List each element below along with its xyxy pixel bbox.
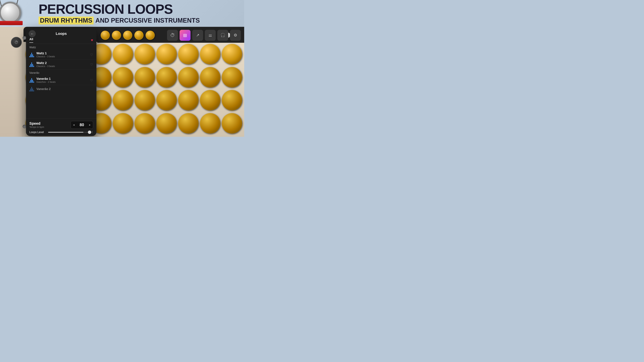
loop-meta-waltz1: Classics - 3 beats (36, 55, 88, 58)
title-area: PERCUSSION LOOPS DRUM RHYTHMS AND PERCUS… (0, 0, 244, 27)
pad-btn[interactable] (178, 67, 198, 87)
back-arrow-icon: ← (30, 32, 34, 36)
waveform-icon-vanerao1 (29, 78, 34, 83)
pad-btn[interactable] (200, 67, 220, 87)
bpm-decrease-button[interactable]: ◄ (71, 121, 77, 129)
level-icon[interactable]: ⫶ (92, 130, 93, 134)
subtitle-highlight: DRUM RHYTHMS (38, 16, 94, 24)
tab-all[interactable]: All (29, 37, 33, 43)
headphones-button[interactable]: 🎧 (217, 30, 228, 41)
level-row: Loops Level ⫶ (29, 130, 93, 134)
pad-btn[interactable] (222, 44, 242, 64)
waveform-icon-waltz2 (29, 62, 34, 67)
title-block: PERCUSSION LOOPS DRUM RHYTHMS AND PERCUS… (38, 2, 200, 24)
pad-btn[interactable] (113, 90, 133, 110)
loops-title: Loops (56, 31, 67, 36)
loop-item-waltz1[interactable]: Waltz 1 Classics - 3 beats ♡ (26, 50, 96, 60)
tempo-left-button[interactable]: ⏱ (11, 37, 22, 48)
favorites-filter[interactable]: ♥ (91, 38, 93, 42)
pad-btn[interactable] (178, 44, 198, 64)
loop-meta-vanerao1: Gaúchos - 2 beats (36, 81, 88, 83)
pad-btn[interactable] (200, 90, 220, 110)
loops-header: ← Loops (26, 28, 96, 37)
pad-btn[interactable] (156, 113, 177, 134)
loop-info-vanerao1: Vanerão 1 Gaúchos - 2 beats (36, 77, 88, 83)
pad-btn[interactable] (134, 67, 155, 87)
loop-item-waltz2[interactable]: Waltz 2 Classics - 3 beats ♡ (26, 60, 96, 69)
pad-btn[interactable] (113, 113, 133, 134)
settings-button[interactable]: ⚙ (230, 30, 241, 41)
mixer-button[interactable]: ⚌ (205, 30, 216, 41)
section-header-waltz: Waltz (26, 44, 96, 50)
loop-name-waltz2: Waltz 2 (36, 61, 88, 65)
speed-section: Speed Tempo in bpm ◄ 80 ► Loops Level ⫶ (26, 118, 96, 136)
pad-btn[interactable] (134, 44, 155, 64)
tabs-row: All ♥ (26, 37, 96, 44)
speed-row: Speed Tempo in bpm ◄ 80 ► (29, 121, 93, 129)
loops-panel: ← Loops All ♥ Waltz Waltz 1 Classics - 3… (26, 28, 96, 136)
pad-btn[interactable] (113, 44, 133, 64)
pad-btn[interactable] (156, 67, 177, 87)
loop-name-vanerao1: Vanerão 1 (36, 77, 88, 81)
section-header-vanerao: Vanerão (26, 69, 96, 75)
slider-fill (48, 132, 83, 133)
pad-btn[interactable] (113, 67, 133, 87)
back-button[interactable]: ← (29, 30, 36, 37)
waveform-icon-waltz1 (29, 52, 34, 57)
loop-favorite-vanerao1[interactable]: ♡ (90, 78, 93, 82)
loop-item-vanerao2[interactable]: Vanerão 2 (26, 85, 96, 93)
pad-btn[interactable] (222, 67, 242, 87)
loops-list[interactable]: Waltz Waltz 1 Classics - 3 beats ♡ (26, 44, 96, 103)
pad-btn[interactable] (134, 113, 155, 134)
loops-button[interactable]: ▤ (180, 30, 190, 41)
loop-name-waltz1: Waltz 1 (36, 52, 88, 55)
waveform-icon-vanerao2 (29, 86, 34, 91)
level-slider[interactable] (48, 132, 90, 133)
loop-info-waltz2: Waltz 2 Classics - 3 beats (36, 61, 88, 67)
loop-favorite-waltz2[interactable]: ♡ (90, 62, 93, 66)
speed-label-group: Speed Tempo in bpm (29, 121, 44, 128)
bpm-value: 80 (77, 122, 87, 127)
loop-item-vanerao1[interactable]: Vanerão 1 Gaúchos - 2 beats ♡ (26, 75, 96, 85)
loop-favorite-waltz1[interactable]: ♡ (90, 53, 93, 57)
speed-sublabel: Tempo in bpm (29, 126, 44, 128)
pad-btn[interactable] (156, 90, 177, 110)
main-title: PERCUSSION LOOPS (38, 2, 200, 16)
subtitle-rest: AND PERCUSSIVE INSTRUMENTS (95, 17, 200, 24)
pad-btn[interactable] (134, 90, 155, 110)
transpose-button[interactable]: ↗ (192, 30, 203, 41)
subtitle-line: DRUM RHYTHMS AND PERCUSSIVE INSTRUMENTS (38, 16, 200, 24)
pad-btn[interactable] (156, 44, 177, 64)
loop-meta-waltz2: Classics - 3 beats (36, 65, 88, 67)
loop-info-vanerao2: Vanerão 2 (36, 87, 93, 91)
pad-btn[interactable] (222, 113, 242, 134)
level-label: Loops Level (29, 131, 46, 134)
speed-label: Speed (29, 121, 44, 126)
pad-btn[interactable] (222, 90, 242, 110)
screw-top (23, 36, 26, 40)
bpm-control[interactable]: ◄ 80 ► (70, 121, 93, 129)
tempo-button[interactable]: ⏱ (167, 30, 178, 41)
pad-btn[interactable] (200, 44, 220, 64)
pad-btn[interactable] (178, 113, 198, 134)
bpm-increase-button[interactable]: ► (87, 121, 93, 129)
screw-bottom (23, 125, 26, 128)
loop-name-vanerao2: Vanerão 2 (36, 87, 93, 91)
loop-info-waltz1: Waltz 1 Classics - 3 beats (36, 52, 88, 58)
pad-btn[interactable] (200, 113, 220, 134)
toolbar-area: ⏱ ▤ ↗ ⚌ 🎧 ⚙ (97, 28, 244, 43)
pad-btn[interactable] (178, 90, 198, 110)
slider-thumb[interactable] (88, 131, 91, 134)
